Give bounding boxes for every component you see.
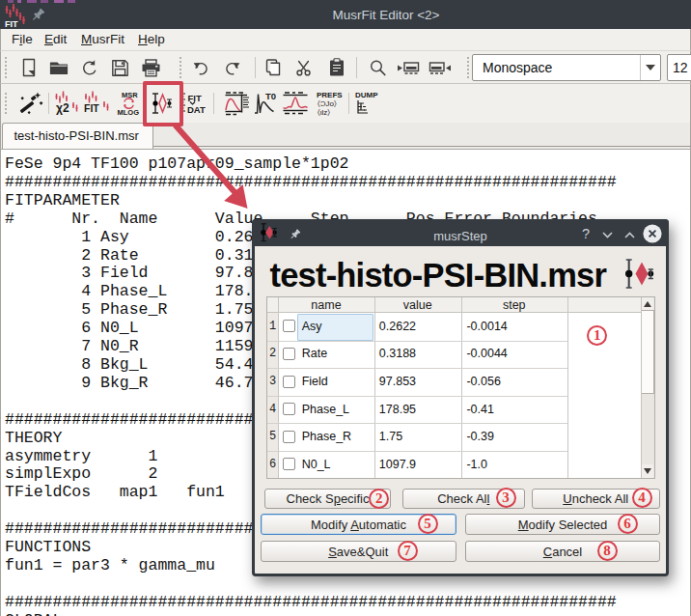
svg-text:DAT: DAT [187, 104, 206, 115]
svg-text:FIT: FIT [188, 93, 202, 103]
svg-text:DUMP: DUMP [355, 91, 378, 99]
svg-text:PREFS: PREFS [317, 91, 343, 99]
svg-text:MSR: MSR [122, 91, 138, 99]
svg-text:T0: T0 [265, 91, 276, 101]
svg-text:FIT: FIT [84, 102, 99, 114]
svg-text:〈ιlz〉: 〈ιlz〉 [318, 108, 330, 117]
svg-text:FIT: FIT [5, 19, 18, 28]
svg-text:〈ƆJо〉: 〈ƆJо〉 [318, 99, 337, 108]
svg-text:MLOG: MLOG [118, 108, 140, 117]
svg-text:χ2: χ2 [56, 101, 69, 115]
